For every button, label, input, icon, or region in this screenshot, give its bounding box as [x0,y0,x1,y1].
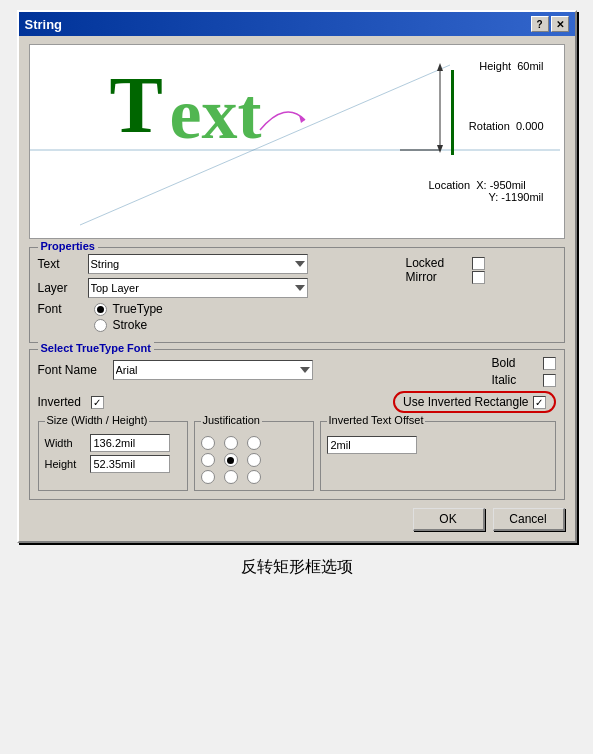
font-name-row: Font Name Arial [38,360,482,380]
svg-marker-3 [437,63,443,71]
dialog-title: String [25,17,63,32]
help-button[interactable]: ? [531,16,549,32]
button-row: OK Cancel [29,508,565,531]
inverted-label: Inverted [38,395,81,409]
truetype-radio[interactable] [94,303,107,316]
use-inverted-rect-checkbox[interactable] [533,396,546,409]
ok-button[interactable]: OK [413,508,485,531]
preview-rotation-dim: Rotation 0.000 [469,120,544,132]
just-br[interactable] [247,470,261,484]
just-bl[interactable] [201,470,215,484]
just-bc[interactable] [224,470,238,484]
bold-row: Bold [492,356,556,370]
size-group-label: Size (Width / Height) [45,414,150,426]
use-inverted-rect-label: Use Inverted Rectangle [403,395,528,409]
justification-label: Justification [201,414,262,426]
font-name-label: Font Name [38,363,113,377]
just-ml[interactable] [201,453,215,467]
preview-ext-text: ext [170,73,262,156]
just-mc[interactable] [224,453,238,467]
mirror-row: Mirror [406,270,556,284]
tt-content: Font Name Arial Bold Italic [38,356,556,491]
font-label: Font [38,302,88,316]
locked-label: Locked [406,256,466,270]
truetype-label: TrueType [113,302,163,316]
preview-area: T ext Height 60mil Rotation 0.000 Locati… [29,44,565,239]
props-left: Text String Layer Top Layer Fo [38,254,402,334]
justification-group: Justification [194,421,314,491]
height-row: Height [45,455,181,473]
italic-row: Italic [492,373,556,387]
preview-cursor [451,70,454,155]
width-row: Width [45,434,181,452]
title-bar: String ? ✕ [19,12,575,36]
mirror-label: Mirror [406,270,466,284]
dialog-content: T ext Height 60mil Rotation 0.000 Locati… [19,36,575,541]
title-bar-buttons: ? ✕ [531,16,569,32]
truetype-row: Font TrueType [38,302,402,316]
inverted-row: Inverted Use Inverted Rectangle [38,391,556,413]
properties-content: Text String Layer Top Layer Fo [38,254,556,334]
stroke-label: Stroke [113,318,148,332]
cancel-button[interactable]: Cancel [493,508,565,531]
bold-label: Bold [492,356,537,370]
justification-grid [201,436,307,484]
text-label: Text [38,257,88,271]
page-caption: 反转矩形框选项 [241,557,353,578]
width-label: Width [45,437,90,449]
string-dialog: String ? ✕ T [17,10,577,543]
inverted-offset-input[interactable] [327,436,417,454]
just-mr[interactable] [247,453,261,467]
italic-label: Italic [492,373,537,387]
text-row: Text String [38,254,402,274]
font-name-select[interactable]: Arial [113,360,313,380]
just-tc[interactable] [224,436,238,450]
bottom-row: Size (Width / Height) Width Height [38,421,556,491]
properties-group-label: Properties [38,240,98,252]
preview-height-dim: Height 60mil [479,60,543,72]
italic-checkbox[interactable] [543,374,556,387]
inverted-checkbox[interactable] [91,396,104,409]
layer-row: Layer Top Layer [38,278,402,298]
preview-location-dim: Location X: -950mil Y: -1190mil [428,179,543,203]
width-input[interactable] [90,434,170,452]
size-group: Size (Width / Height) Width Height [38,421,188,491]
truetype-group-label: Select TrueType Font [38,342,154,354]
stroke-row: Stroke [38,318,402,332]
truetype-group: Select TrueType Font Font Name Arial Bol… [29,349,565,500]
inverted-offset-group: Inverted Text Offset [320,421,556,491]
stroke-radio[interactable] [94,319,107,332]
locked-row: Locked [406,256,556,270]
text-select[interactable]: String [88,254,308,274]
preview-big-T: T [110,65,163,145]
locked-checkbox[interactable] [472,257,485,270]
bold-checkbox[interactable] [543,357,556,370]
close-button[interactable]: ✕ [551,16,569,32]
just-tl[interactable] [201,436,215,450]
bold-italic-section: Bold Italic [492,356,556,387]
mirror-checkbox[interactable] [472,271,485,284]
inverted-offset-label: Inverted Text Offset [327,414,426,426]
svg-marker-4 [437,145,443,153]
properties-group: Properties Text String Layer Top Layer [29,247,565,343]
props-right: Locked Mirror [406,254,556,334]
height-label: Height [45,458,90,470]
just-tr[interactable] [247,436,261,450]
use-inverted-rect-container: Use Inverted Rectangle [393,391,555,413]
height-input[interactable] [90,455,170,473]
layer-select[interactable]: Top Layer [88,278,308,298]
layer-label: Layer [38,281,88,295]
